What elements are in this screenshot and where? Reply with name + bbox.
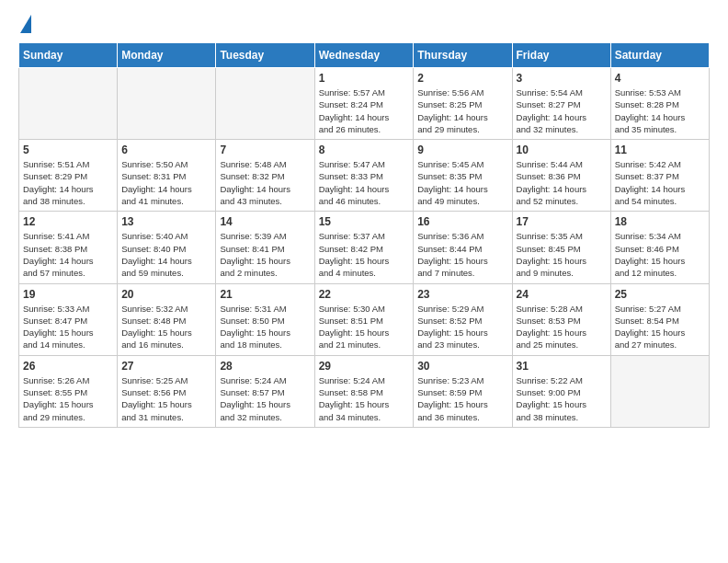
day-number: 13: [121, 215, 211, 228]
day-number: 2: [417, 72, 507, 85]
day-number: 30: [417, 360, 507, 373]
calendar-cell: 9Sunrise: 5:45 AM Sunset: 8:35 PM Daylig…: [414, 140, 512, 212]
calendar-cell: 27Sunrise: 5:25 AM Sunset: 8:56 PM Dayli…: [118, 355, 216, 427]
day-info: Sunrise: 5:44 AM Sunset: 8:36 PM Dayligh…: [517, 158, 607, 207]
day-info: Sunrise: 5:30 AM Sunset: 8:51 PM Dayligh…: [319, 303, 410, 351]
day-info: Sunrise: 5:22 AM Sunset: 9:00 PM Dayligh…: [517, 374, 607, 423]
calendar-header-saturday: Saturday: [610, 43, 709, 68]
calendar-cell: 21Sunrise: 5:31 AM Sunset: 8:50 PM Dayli…: [216, 283, 314, 355]
day-number: 9: [417, 144, 507, 156]
calendar-cell: 24Sunrise: 5:28 AM Sunset: 8:53 PM Dayli…: [512, 283, 610, 355]
day-number: 26: [23, 360, 113, 373]
day-info: Sunrise: 5:42 AM Sunset: 8:37 PM Dayligh…: [615, 158, 705, 207]
day-number: 11: [615, 144, 705, 156]
calendar-cell: 5Sunrise: 5:51 AM Sunset: 8:29 PM Daylig…: [19, 140, 118, 212]
day-info: Sunrise: 5:33 AM Sunset: 8:47 PM Dayligh…: [23, 303, 113, 351]
day-info: Sunrise: 5:26 AM Sunset: 8:55 PM Dayligh…: [23, 374, 113, 423]
day-info: Sunrise: 5:25 AM Sunset: 8:56 PM Dayligh…: [121, 374, 211, 423]
day-number: 3: [517, 72, 607, 85]
day-info: Sunrise: 5:35 AM Sunset: 8:45 PM Dayligh…: [517, 230, 607, 279]
day-info: Sunrise: 5:29 AM Sunset: 8:52 PM Dayligh…: [417, 303, 507, 351]
day-number: 8: [319, 144, 410, 156]
calendar-header-row: SundayMondayTuesdayWednesdayThursdayFrid…: [19, 43, 710, 68]
calendar-cell: 28Sunrise: 5:24 AM Sunset: 8:57 PM Dayli…: [216, 355, 314, 427]
day-number: 5: [23, 144, 113, 156]
day-number: 25: [615, 288, 705, 301]
calendar-cell: 26Sunrise: 5:26 AM Sunset: 8:55 PM Dayli…: [19, 355, 118, 427]
day-number: 29: [319, 360, 410, 373]
day-number: 12: [23, 215, 113, 228]
calendar-cell: 31Sunrise: 5:22 AM Sunset: 9:00 PM Dayli…: [512, 355, 610, 427]
calendar-week-row: 5Sunrise: 5:51 AM Sunset: 8:29 PM Daylig…: [19, 140, 710, 212]
calendar-cell: 20Sunrise: 5:32 AM Sunset: 8:48 PM Dayli…: [118, 283, 216, 355]
calendar-cell: 14Sunrise: 5:39 AM Sunset: 8:41 PM Dayli…: [216, 212, 314, 283]
day-info: Sunrise: 5:50 AM Sunset: 8:31 PM Dayligh…: [121, 158, 211, 207]
day-number: 28: [220, 360, 310, 373]
day-number: 16: [417, 215, 507, 228]
calendar-cell: 29Sunrise: 5:24 AM Sunset: 8:58 PM Dayli…: [314, 355, 414, 427]
calendar-header-sunday: Sunday: [19, 43, 118, 68]
calendar-cell: 2Sunrise: 5:56 AM Sunset: 8:25 PM Daylig…: [414, 68, 512, 140]
calendar-cell: 3Sunrise: 5:54 AM Sunset: 8:27 PM Daylig…: [512, 68, 610, 140]
calendar-cell: 4Sunrise: 5:53 AM Sunset: 8:28 PM Daylig…: [610, 68, 709, 140]
calendar-cell: [216, 68, 314, 140]
calendar-cell: 12Sunrise: 5:41 AM Sunset: 8:38 PM Dayli…: [19, 212, 118, 283]
day-number: 20: [121, 288, 211, 301]
calendar-cell: 23Sunrise: 5:29 AM Sunset: 8:52 PM Dayli…: [414, 283, 512, 355]
calendar-cell: 25Sunrise: 5:27 AM Sunset: 8:54 PM Dayli…: [610, 283, 709, 355]
page-header: [18, 18, 710, 33]
day-info: Sunrise: 5:40 AM Sunset: 8:40 PM Dayligh…: [121, 230, 211, 279]
day-info: Sunrise: 5:51 AM Sunset: 8:29 PM Dayligh…: [23, 158, 113, 207]
calendar-header-thursday: Thursday: [414, 43, 512, 68]
day-number: 14: [220, 215, 310, 228]
day-number: 4: [615, 72, 705, 85]
day-info: Sunrise: 5:39 AM Sunset: 8:41 PM Dayligh…: [220, 230, 310, 279]
day-info: Sunrise: 5:36 AM Sunset: 8:44 PM Dayligh…: [417, 230, 507, 279]
calendar-cell: 30Sunrise: 5:23 AM Sunset: 8:59 PM Dayli…: [414, 355, 512, 427]
calendar-header-friday: Friday: [512, 43, 610, 68]
calendar-cell: 8Sunrise: 5:47 AM Sunset: 8:33 PM Daylig…: [314, 140, 414, 212]
day-number: 10: [517, 144, 607, 156]
calendar-week-row: 1Sunrise: 5:57 AM Sunset: 8:24 PM Daylig…: [19, 68, 710, 140]
calendar-cell: 10Sunrise: 5:44 AM Sunset: 8:36 PM Dayli…: [512, 140, 610, 212]
calendar-cell: [19, 68, 118, 140]
day-number: 19: [23, 288, 113, 301]
day-number: 24: [517, 288, 607, 301]
day-info: Sunrise: 5:28 AM Sunset: 8:53 PM Dayligh…: [517, 303, 607, 351]
day-info: Sunrise: 5:31 AM Sunset: 8:50 PM Dayligh…: [220, 303, 310, 351]
logo: [18, 18, 31, 33]
day-info: Sunrise: 5:37 AM Sunset: 8:42 PM Dayligh…: [319, 230, 410, 279]
calendar-cell: 1Sunrise: 5:57 AM Sunset: 8:24 PM Daylig…: [314, 68, 414, 140]
day-info: Sunrise: 5:41 AM Sunset: 8:38 PM Dayligh…: [23, 230, 113, 279]
calendar-cell: 17Sunrise: 5:35 AM Sunset: 8:45 PM Dayli…: [512, 212, 610, 283]
day-info: Sunrise: 5:53 AM Sunset: 8:28 PM Dayligh…: [615, 86, 705, 135]
calendar-cell: 6Sunrise: 5:50 AM Sunset: 8:31 PM Daylig…: [118, 140, 216, 212]
calendar-cell: 16Sunrise: 5:36 AM Sunset: 8:44 PM Dayli…: [414, 212, 512, 283]
day-number: 18: [615, 215, 705, 228]
day-info: Sunrise: 5:24 AM Sunset: 8:57 PM Dayligh…: [220, 374, 310, 423]
calendar-table: SundayMondayTuesdayWednesdayThursdayFrid…: [18, 42, 710, 428]
calendar-week-row: 12Sunrise: 5:41 AM Sunset: 8:38 PM Dayli…: [19, 212, 710, 283]
calendar-cell: 22Sunrise: 5:30 AM Sunset: 8:51 PM Dayli…: [314, 283, 414, 355]
calendar-cell: 13Sunrise: 5:40 AM Sunset: 8:40 PM Dayli…: [118, 212, 216, 283]
calendar-week-row: 19Sunrise: 5:33 AM Sunset: 8:47 PM Dayli…: [19, 283, 710, 355]
day-number: 23: [417, 288, 507, 301]
calendar-week-row: 26Sunrise: 5:26 AM Sunset: 8:55 PM Dayli…: [19, 355, 710, 427]
calendar-cell: 15Sunrise: 5:37 AM Sunset: 8:42 PM Dayli…: [314, 212, 414, 283]
day-number: 22: [319, 288, 410, 301]
day-info: Sunrise: 5:32 AM Sunset: 8:48 PM Dayligh…: [121, 303, 211, 351]
calendar-header-tuesday: Tuesday: [216, 43, 314, 68]
calendar-header-monday: Monday: [118, 43, 216, 68]
day-info: Sunrise: 5:48 AM Sunset: 8:32 PM Dayligh…: [220, 158, 310, 207]
day-info: Sunrise: 5:23 AM Sunset: 8:59 PM Dayligh…: [417, 374, 507, 423]
logo-triangle-icon: [20, 15, 31, 33]
day-info: Sunrise: 5:27 AM Sunset: 8:54 PM Dayligh…: [615, 303, 705, 351]
day-info: Sunrise: 5:34 AM Sunset: 8:46 PM Dayligh…: [615, 230, 705, 279]
calendar-cell: [118, 68, 216, 140]
calendar-cell: 11Sunrise: 5:42 AM Sunset: 8:37 PM Dayli…: [610, 140, 709, 212]
day-number: 21: [220, 288, 310, 301]
day-info: Sunrise: 5:24 AM Sunset: 8:58 PM Dayligh…: [319, 374, 410, 423]
day-info: Sunrise: 5:45 AM Sunset: 8:35 PM Dayligh…: [417, 158, 507, 207]
day-number: 6: [121, 144, 211, 156]
calendar-cell: 19Sunrise: 5:33 AM Sunset: 8:47 PM Dayli…: [19, 283, 118, 355]
